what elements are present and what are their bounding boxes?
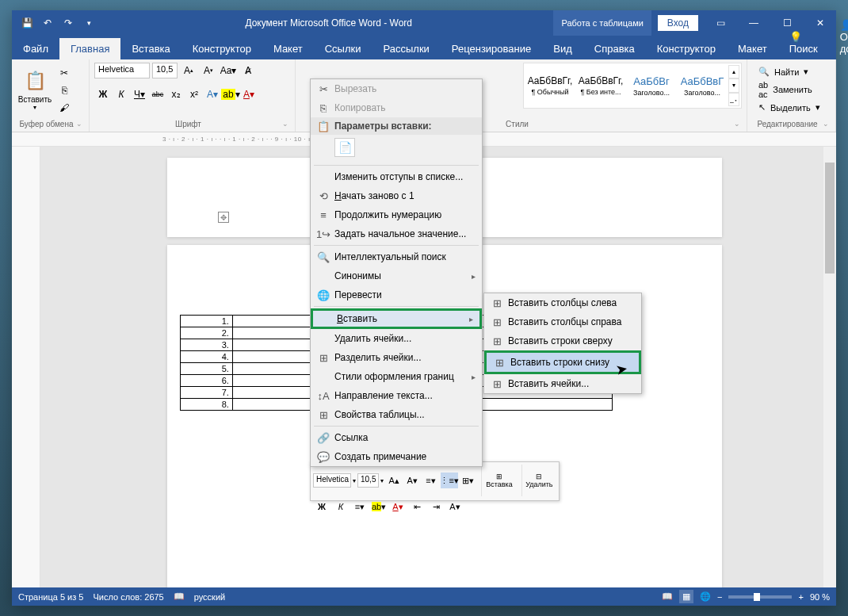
cut-icon[interactable]: ✂: [56, 66, 72, 80]
zoom-out-icon[interactable]: −: [717, 592, 722, 602]
mini-indent-inc[interactable]: ⇥: [427, 499, 445, 515]
ctx-text-direction[interactable]: ↕AНаправление текста...: [311, 386, 482, 405]
table-move-handle[interactable]: ✥: [218, 212, 229, 223]
paste-option-icon[interactable]: 📄: [334, 138, 355, 157]
style-no-spacing[interactable]: АаБбВвГг, ¶ Без инте...: [576, 65, 625, 106]
login-button[interactable]: Вход: [658, 15, 698, 31]
status-word-count[interactable]: Число слов: 2675: [93, 592, 163, 602]
style-normal[interactable]: АаБбВвГг, ¶ Обычный: [525, 65, 575, 106]
sub-insert-cols-right[interactable]: ⊞Вставить столбцы справа: [484, 312, 641, 331]
strike-button[interactable]: abc: [149, 86, 166, 102]
paste-button[interactable]: 📋 Вставить ▾: [17, 63, 53, 117]
style-heading1[interactable]: АаБбВг Заголово...: [627, 65, 676, 106]
mini-styles[interactable]: A▾: [446, 499, 464, 515]
underline-button[interactable]: Ч▾: [131, 86, 148, 102]
subscript-button[interactable]: x₂: [167, 86, 185, 102]
ctx-delete-cells[interactable]: Удалить ячейки...: [311, 329, 482, 348]
text-effects-icon[interactable]: A▾: [204, 86, 221, 102]
mini-font-color[interactable]: A▾: [389, 499, 407, 515]
mini-delete-button[interactable]: ⊟Удалить: [521, 465, 556, 496]
status-language[interactable]: русский: [194, 592, 225, 602]
font-name-select[interactable]: Helvetica: [94, 63, 150, 78]
ctx-restart-at-1[interactable]: ⟲Начать заново с 1: [311, 186, 482, 205]
find-button[interactable]: 🔍Найти ▾: [755, 66, 823, 78]
view-print-icon[interactable]: ▦: [679, 590, 693, 603]
select-button[interactable]: ↖Выделить ▾: [755, 101, 823, 113]
ctx-split-cells[interactable]: ⊞Разделить ячейки...: [311, 348, 482, 367]
status-page[interactable]: Страница 5 из 5: [18, 592, 83, 602]
minimize-button[interactable]: —: [738, 10, 770, 36]
change-case-icon[interactable]: Aa▾: [220, 63, 237, 78]
bold-button[interactable]: Ж: [94, 86, 112, 102]
undo-icon[interactable]: ↶: [39, 14, 56, 32]
tab-insert[interactable]: Вставка: [120, 38, 181, 59]
tab-view[interactable]: Вид: [542, 38, 583, 59]
ctx-adjust-indents[interactable]: Изменить отступы в списке...: [311, 167, 482, 186]
ctx-link[interactable]: 🔗Ссылка: [311, 428, 482, 447]
ctx-border-styles[interactable]: Стили оформления границ▸: [311, 367, 482, 386]
tab-layout[interactable]: Макет: [262, 38, 314, 59]
ctx-set-value[interactable]: 1↪Задать начальное значение...: [311, 224, 482, 243]
zoom-in-icon[interactable]: +: [798, 592, 803, 602]
replace-button[interactable]: abacЗаменить: [755, 79, 823, 100]
copy-icon[interactable]: ⎘: [56, 83, 72, 98]
styles-gallery[interactable]: АаБбВвГг, ¶ Обычный АаБбВвГг, ¶ Без инте…: [523, 63, 742, 109]
styles-scroll-down-icon[interactable]: ▾: [728, 78, 739, 92]
tab-home[interactable]: Главная: [59, 38, 120, 59]
styles-scroll-up-icon[interactable]: ▴: [728, 65, 739, 78]
tab-references[interactable]: Ссылки: [314, 38, 372, 59]
ctx-insert[interactable]: Вставить▸: [311, 308, 482, 329]
ctx-table-properties[interactable]: ⊞Свойства таблицы...: [311, 405, 482, 424]
ctx-cut[interactable]: ✂Вырезать: [311, 79, 482, 98]
mini-shrink-font[interactable]: A▾: [404, 473, 421, 488]
italic-button[interactable]: К: [113, 86, 130, 102]
mini-bullets[interactable]: ≡▾: [422, 473, 439, 488]
sub-insert-cells[interactable]: ⊞Вставить ячейки...: [484, 374, 641, 393]
clear-format-icon[interactable]: A̷: [239, 63, 257, 78]
qat-dropdown-icon[interactable]: ▾: [80, 14, 97, 32]
tab-mailings[interactable]: Рассылки: [372, 38, 440, 59]
tab-file[interactable]: Файл: [12, 38, 59, 59]
ctx-synonyms[interactable]: Синонимы▸: [311, 266, 482, 285]
ctx-translate[interactable]: 🌐Перевести: [311, 285, 482, 304]
ctx-smart-lookup[interactable]: 🔍Интеллектуальный поиск: [311, 247, 482, 266]
styles-more-icon[interactable]: ⎯▾: [728, 93, 739, 106]
grow-font-icon[interactable]: A▴: [180, 63, 197, 78]
zoom-level[interactable]: 90 %: [810, 592, 830, 602]
ribbon-options-icon[interactable]: ▭: [705, 10, 736, 36]
mini-grow-font[interactable]: A▴: [385, 473, 402, 488]
tab-share[interactable]: 👤 Общий доступ: [829, 14, 848, 59]
sub-insert-cols-left[interactable]: ⊞Вставить столбцы слева: [484, 293, 641, 312]
font-color-icon[interactable]: A▾: [240, 86, 258, 102]
ctx-continue-numbering[interactable]: ≡Продолжить нумерацию: [311, 205, 482, 224]
shrink-font-icon[interactable]: A▾: [200, 63, 217, 78]
mini-numbering[interactable]: ⋮≡▾: [441, 473, 458, 488]
mini-font-name[interactable]: Helvetica: [313, 473, 351, 488]
vertical-ruler[interactable]: [12, 147, 40, 587]
sub-insert-rows-below[interactable]: ⊞Вставить строки снизу: [487, 353, 639, 372]
highlight-icon[interactable]: ab▾: [222, 86, 239, 102]
mini-borders[interactable]: ⊞▾: [460, 473, 476, 488]
mini-bold[interactable]: Ж: [313, 499, 330, 515]
tab-table-design[interactable]: Конструктор: [646, 38, 727, 59]
mini-indent-dec[interactable]: ⇤: [408, 499, 426, 515]
tab-table-layout[interactable]: Макет: [727, 38, 778, 59]
tab-help[interactable]: Справка: [583, 38, 646, 59]
view-read-icon[interactable]: 📖: [662, 591, 673, 602]
zoom-slider[interactable]: [728, 595, 792, 599]
vertical-scrollbar[interactable]: [823, 147, 836, 587]
format-painter-icon[interactable]: 🖌: [56, 101, 72, 115]
mini-highlight[interactable]: ab▾: [370, 499, 388, 515]
mini-align[interactable]: ≡▾: [351, 499, 369, 515]
mini-insert-button[interactable]: ⊞Вставка: [481, 465, 516, 496]
style-heading2[interactable]: АаБбВвГ Заголово...: [678, 65, 727, 106]
superscript-button[interactable]: x²: [185, 86, 203, 102]
sub-insert-rows-above[interactable]: ⊞Вставить строки сверху: [484, 331, 641, 350]
tab-search[interactable]: 💡 Поиск: [778, 26, 829, 59]
font-size-select[interactable]: 10,5: [152, 63, 178, 78]
ctx-new-comment[interactable]: 💬Создать примечание: [311, 447, 482, 466]
save-icon[interactable]: 💾: [18, 14, 36, 32]
tab-design[interactable]: Конструктор: [181, 38, 262, 59]
view-web-icon[interactable]: 🌐: [700, 591, 711, 602]
mini-font-size[interactable]: 10,5: [357, 473, 379, 488]
